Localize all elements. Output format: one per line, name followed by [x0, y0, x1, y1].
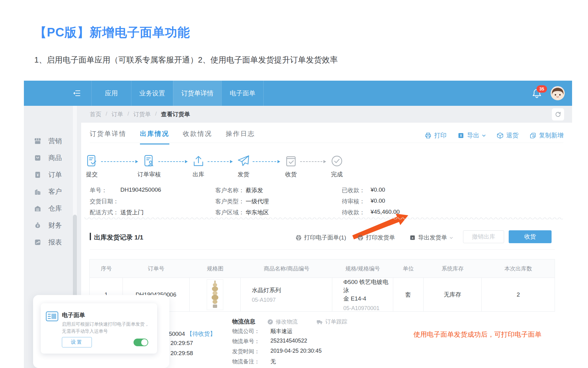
nav-tab-order-detail[interactable]: 订货单详情 — [173, 81, 221, 106]
table-header-row: 序号 订单号 规格图 商品名称/商品编号 规格/规格编号 单位 系统库存 本次出… — [90, 259, 555, 278]
delivery-date-label: 交货日期： — [90, 197, 119, 205]
col-header-spec: 规格/规格编号 — [332, 259, 393, 278]
sidebar-item-customers[interactable]: 客户 — [24, 186, 81, 198]
waybill-card-description: 启用后可根据订单快速打印电子面单发货，无需再手动导入运单号 — [62, 320, 151, 335]
logistics-note-label: 物流备注： — [232, 358, 260, 365]
step-review: 订单审核 — [140, 154, 158, 178]
user-avatar[interactable] — [551, 86, 565, 100]
outbound-upload-icon — [192, 154, 205, 168]
sidebar-item-orders[interactable]: ¥ 订单 — [24, 169, 81, 181]
track-order-button[interactable]: 订单跟踪 — [316, 318, 347, 325]
refresh-icon — [555, 111, 561, 118]
step-arrow — [101, 161, 137, 162]
step-arrow — [208, 161, 232, 162]
cancel-outbound-button[interactable]: 撤销出库 — [463, 230, 504, 243]
customer-region-label: 客户区域： — [215, 209, 244, 217]
sidebar-item-finance[interactable]: ¥ 财务 — [24, 219, 81, 232]
order-no-value: DH1904250006 — [120, 186, 161, 193]
moneybag-icon: ¥ — [34, 221, 42, 229]
partial-order-no: 4250004 【待收货】 — [162, 330, 216, 338]
cell-product: 水晶灯系列 05-A1097 — [241, 278, 332, 311]
export-invoice-label: 导出发货单 — [418, 234, 447, 242]
nav-tab-business-settings[interactable]: 业务设置 — [131, 81, 173, 106]
sidebar-item-label: 报表 — [48, 238, 62, 247]
nav-tab-apps[interactable]: 应用 — [91, 81, 131, 106]
breadcrumb-separator: / — [155, 110, 157, 118]
col-header-stock: 系统库存 — [424, 259, 482, 278]
cell-stock: 无库存 — [424, 278, 482, 311]
step-arrow — [300, 161, 325, 162]
print-invoice-button[interactable]: 打印发货单 — [357, 234, 395, 242]
nav-tab-label: 业务设置 — [139, 89, 165, 98]
breadcrumb-home[interactable]: 首页 — [90, 110, 101, 118]
copy-new-button[interactable]: 复制新增 — [530, 131, 564, 140]
sidebar-item-marketing[interactable]: 营销 — [24, 135, 81, 147]
annotation-text: 使用电子面单发货成功后，可打印电子面单 — [413, 330, 541, 339]
breadcrumb-purchase-orders[interactable]: 订货单 — [134, 110, 151, 118]
sidebar-item-goods[interactable]: 商品 — [24, 152, 81, 164]
export-invoice-button[interactable]: X 导出发货单 — [409, 234, 453, 242]
tab-outbound-status[interactable]: 出库情况 — [140, 129, 169, 144]
edit-logistics-button[interactable]: 修改物流 — [267, 318, 298, 325]
customer-type-label: 客户类型： — [215, 197, 244, 205]
tab-order-detail[interactable]: 订货单详情 — [90, 129, 126, 144]
excel-icon: X — [458, 132, 464, 139]
nav-tab-label: 应用 — [105, 89, 118, 98]
tab-operation-log[interactable]: 操作日志 — [226, 129, 255, 144]
scallop-divider — [84, 217, 563, 220]
refresh-button[interactable] — [552, 108, 564, 121]
print-invoice-label: 打印发货单 — [366, 234, 395, 242]
print-e-waybill-button[interactable]: 打印电子面单(1) — [296, 234, 346, 242]
received-label: 已收款： — [342, 186, 365, 194]
step-receive: 收货 — [282, 154, 300, 178]
excel-icon: X — [409, 235, 416, 241]
receive-box-icon — [284, 154, 298, 168]
step-ship: 发货 — [234, 154, 253, 178]
chevron-down-icon — [450, 237, 453, 239]
step-label: 订单审核 — [138, 171, 161, 178]
sidebar-item-label: 仓库 — [48, 204, 62, 213]
step-done: 完成 — [328, 154, 346, 178]
waybill-settings-button[interactable]: 设置 — [62, 337, 92, 347]
return-label: 退货 — [506, 131, 518, 140]
tab-payment-status[interactable]: 收款情况 — [183, 129, 212, 144]
nav-tab-e-waybill[interactable]: 电子面单 — [221, 81, 264, 106]
return-goods-button[interactable]: 退货 — [497, 131, 518, 140]
copy-plus-icon — [530, 132, 536, 139]
notification-bell-icon[interactable]: 35 — [532, 88, 542, 99]
pending-review-value: ¥0.00 — [371, 197, 385, 204]
received-value: ¥0.00 — [371, 186, 385, 193]
export-button[interactable]: X 导出 — [458, 131, 486, 140]
print-e-waybill-label: 打印电子面单(1) — [304, 234, 346, 242]
col-header-order-no: 订单号 — [123, 259, 190, 278]
product-image — [207, 279, 223, 310]
svg-text:X: X — [412, 236, 413, 240]
breadcrumb-orders[interactable]: 订单 — [111, 110, 123, 118]
step-outbound: 出库 — [189, 154, 208, 178]
tracking-no-label: 物流单号： — [232, 338, 260, 345]
receive-goods-button[interactable]: 收货 — [509, 230, 552, 243]
collapse-menu-icon[interactable] — [73, 89, 81, 97]
sidebar-item-reports[interactable]: 报表 — [24, 236, 81, 248]
waybill-card-title: 电子面单 — [62, 311, 85, 319]
waybill-toggle[interactable] — [134, 339, 148, 346]
sidebar-scrollbar[interactable] — [73, 215, 77, 304]
sidebar-item-label: 商品 — [48, 153, 62, 163]
nav-tab-label: 电子面单 — [230, 89, 255, 98]
print-button[interactable]: 打印 — [425, 131, 447, 140]
tabs-divider — [90, 143, 564, 143]
ship-time-label: 发货时间： — [232, 348, 260, 355]
pencil-circle-icon — [267, 319, 273, 325]
breadcrumb-separator: / — [106, 110, 107, 118]
ship-plane-icon — [237, 154, 250, 168]
sidebar-item-warehouse[interactable]: 仓库 — [24, 202, 81, 215]
delivery-method-value: 送货上门 — [120, 209, 144, 217]
shipment-section-title: 出库发货记录 1/1 — [94, 233, 143, 242]
col-header-unit: 单位 — [393, 259, 424, 278]
breadcrumb-bar: 首页 / 订单 / 订货单 / 查看订货单 — [81, 106, 572, 123]
logistics-company-value: 顺丰速运 — [270, 328, 292, 335]
order-ticket-icon: ¥ — [34, 171, 42, 179]
page-subtitle: 1、启用电子面单应用（可联系专属客服开通）2、使用电子面单发货提升订单发货效率 — [34, 55, 338, 65]
col-header-no: 序号 — [90, 259, 123, 278]
col-header-qty: 本次出库数 — [482, 259, 555, 278]
